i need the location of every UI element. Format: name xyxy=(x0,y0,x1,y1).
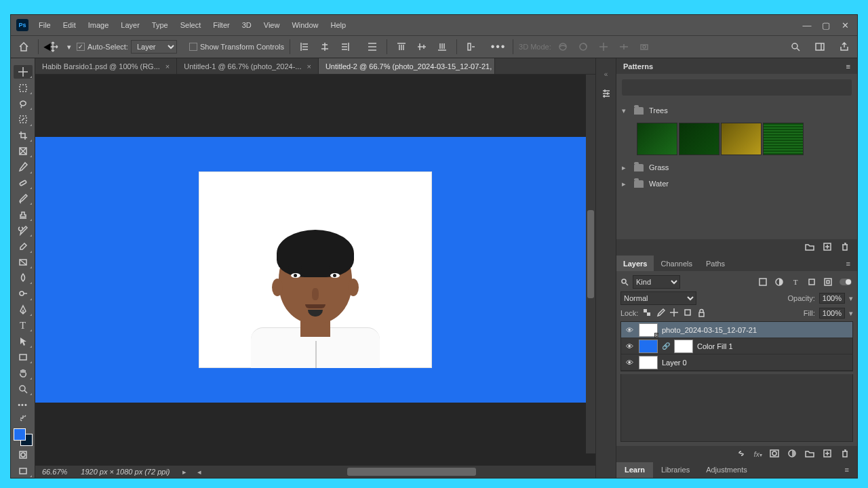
document-tab-2[interactable]: Untitled-2 @ 66.7% (photo_2024-03-15_12-… xyxy=(319,58,495,74)
panel-menu-icon[interactable]: ≡ xyxy=(837,462,857,478)
pen-tool[interactable] xyxy=(14,303,33,317)
shape-tool[interactable] xyxy=(14,350,33,364)
link-layers-icon[interactable] xyxy=(736,448,747,460)
share-button[interactable] xyxy=(835,38,853,56)
maximize-button[interactable]: ▢ xyxy=(816,18,835,33)
lock-transparency-icon[interactable] xyxy=(642,308,652,319)
foreground-color[interactable] xyxy=(14,428,26,441)
document-tab-0[interactable]: Habib Barsido1.psd @ 100% (RG...× xyxy=(35,58,177,74)
status-next-icon[interactable]: ▸ xyxy=(177,468,192,476)
link-icon[interactable]: 🔗 xyxy=(662,342,670,350)
patterns-group-grass[interactable]: ▸ Grass xyxy=(622,159,852,176)
panel-menu-icon[interactable]: ≡ xyxy=(840,256,857,271)
filter-pixel-icon[interactable] xyxy=(757,276,769,288)
tab-paths[interactable]: Paths xyxy=(699,256,732,271)
layer-thumbnail[interactable] xyxy=(639,356,658,369)
align-center-v-button[interactable] xyxy=(413,38,431,56)
move-tool[interactable] xyxy=(14,65,33,79)
fill-value[interactable]: 100% xyxy=(819,308,845,319)
dodge-tool[interactable] xyxy=(14,287,33,300)
vertical-scrollbar[interactable] xyxy=(586,75,595,453)
color-swatches[interactable] xyxy=(14,428,33,446)
overflow-button[interactable]: ••• xyxy=(490,38,507,56)
document-tab-1[interactable]: Untitled-1 @ 66.7% (photo_2024-...× xyxy=(177,58,319,74)
new-icon[interactable] xyxy=(822,241,833,253)
menu-view[interactable]: View xyxy=(258,15,286,35)
tab-adjustments[interactable]: Adjustments xyxy=(698,462,755,478)
home-button[interactable] xyxy=(15,38,33,56)
menu-filter[interactable]: Filter xyxy=(207,15,235,35)
scrollbar-thumb[interactable] xyxy=(347,468,476,476)
patterns-group-water[interactable]: ▸ Water xyxy=(622,176,852,192)
menu-type[interactable]: Type xyxy=(146,15,174,35)
layer-mask-icon[interactable] xyxy=(769,448,780,460)
distribute-button[interactable] xyxy=(363,38,381,56)
frame-tool[interactable] xyxy=(14,144,33,158)
layer-thumbnail[interactable] xyxy=(639,340,658,353)
layer-thumbnail[interactable]: ⎘ xyxy=(639,323,658,337)
panel-menu-icon[interactable]: ≡ xyxy=(846,62,850,70)
lock-artboard-icon[interactable] xyxy=(683,308,692,319)
workspace-button[interactable] xyxy=(811,38,829,56)
align-right-button[interactable] xyxy=(336,38,354,56)
layer-mask-thumbnail[interactable] xyxy=(674,340,693,353)
filter-adjust-icon[interactable] xyxy=(773,276,785,288)
visibility-toggle[interactable]: 👁 xyxy=(624,359,635,367)
new-layer-icon[interactable] xyxy=(822,448,833,460)
canvas[interactable] xyxy=(35,75,595,466)
stamp-tool[interactable] xyxy=(14,207,33,221)
brush-tool[interactable] xyxy=(14,192,33,205)
auto-select-checkbox[interactable]: Auto-Select: xyxy=(77,43,128,51)
menu-select[interactable]: Select xyxy=(174,15,208,35)
menu-window[interactable]: Window xyxy=(285,15,324,35)
pattern-thumb[interactable] xyxy=(637,123,677,155)
align-left-button[interactable] xyxy=(296,38,313,56)
opacity-value[interactable]: 100% xyxy=(819,293,845,304)
marquee-tool[interactable] xyxy=(14,81,33,94)
show-transform-checkbox[interactable]: Show Transform Controls xyxy=(189,43,284,51)
pattern-thumb[interactable] xyxy=(721,123,762,155)
filter-type-icon[interactable]: T xyxy=(789,276,802,288)
patterns-search[interactable] xyxy=(622,79,852,96)
swap-colors[interactable] xyxy=(14,413,33,422)
align-bottom-button[interactable] xyxy=(433,38,451,56)
blend-mode-select[interactable]: Normal xyxy=(620,291,696,305)
align-top-button[interactable] xyxy=(393,38,410,56)
tab-learn[interactable]: Learn xyxy=(616,462,653,478)
eraser-tool[interactable] xyxy=(14,239,33,253)
lock-all-icon[interactable] xyxy=(696,308,706,319)
healing-tool[interactable] xyxy=(14,176,33,190)
quick-mask-button[interactable] xyxy=(14,448,33,462)
menu-edit[interactable]: Edit xyxy=(57,15,82,35)
tab-layers[interactable]: Layers xyxy=(616,256,654,271)
horizontal-scrollbar[interactable] xyxy=(232,468,586,476)
screen-mode-button[interactable] xyxy=(14,464,33,478)
zoom-level[interactable]: 66.67% xyxy=(35,468,74,476)
adjustment-layer-icon[interactable] xyxy=(787,448,797,460)
filter-toggle[interactable] xyxy=(838,276,853,288)
layer-row-1[interactable]: 👁 🔗 Color Fill 1 xyxy=(621,338,852,354)
menu-3d[interactable]: 3D xyxy=(236,15,258,35)
chevron-down-icon[interactable]: ▾ xyxy=(849,294,853,303)
minimize-button[interactable]: — xyxy=(797,18,816,33)
patterns-group-trees[interactable]: ▾ Trees xyxy=(622,102,852,119)
auto-select-target[interactable]: Layer xyxy=(131,40,177,54)
lock-position-icon[interactable] xyxy=(669,308,679,319)
visibility-toggle[interactable]: 👁 xyxy=(624,326,635,334)
menu-file[interactable]: File xyxy=(33,15,57,35)
zoom-tool[interactable] xyxy=(14,382,33,396)
folder-icon[interactable] xyxy=(804,241,815,253)
close-button[interactable]: ✕ xyxy=(835,18,854,33)
tab-channels[interactable]: Channels xyxy=(654,256,698,271)
trash-icon[interactable] xyxy=(840,241,850,253)
more-align-button[interactable] xyxy=(462,38,480,56)
menu-image[interactable]: Image xyxy=(82,15,115,35)
chevron-down-icon[interactable]: ▾ xyxy=(849,309,853,318)
edit-toolbar[interactable]: ••• xyxy=(14,398,33,411)
filter-shape-icon[interactable] xyxy=(806,276,818,288)
scrollbar-thumb[interactable] xyxy=(587,210,594,298)
close-icon[interactable]: × xyxy=(307,62,311,70)
expand-dock-icon[interactable]: « xyxy=(604,70,608,78)
scroll-left-icon[interactable]: ◂ xyxy=(192,468,207,476)
pattern-thumb[interactable] xyxy=(679,123,719,155)
